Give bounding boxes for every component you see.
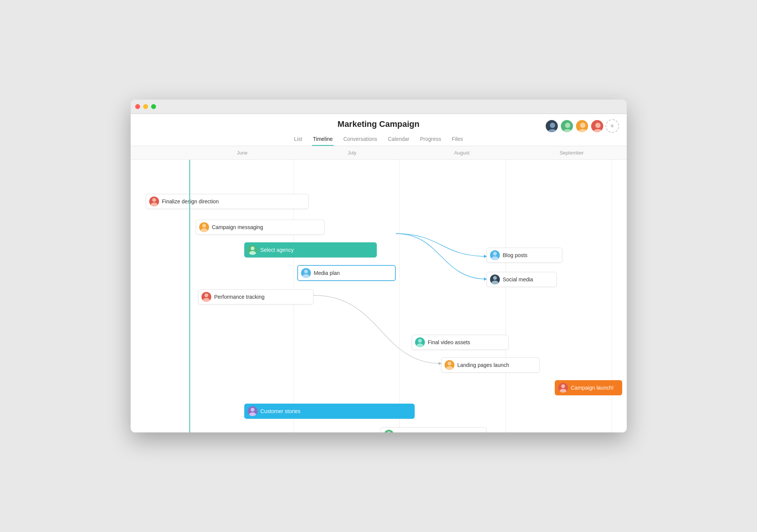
tab-calendar[interactable]: Calendar bbox=[387, 133, 410, 146]
task-label-performance: Performance tracking bbox=[214, 294, 265, 300]
svg-point-19 bbox=[492, 256, 498, 260]
titlebar bbox=[131, 100, 627, 114]
task-label-messaging: Campaign messaging bbox=[212, 224, 263, 230]
svg-point-15 bbox=[303, 274, 309, 278]
task-video-assets[interactable]: Final video assets bbox=[412, 335, 509, 350]
svg-point-21 bbox=[492, 281, 498, 284]
task-finalize-design[interactable]: Finalize design direction bbox=[146, 194, 309, 209]
timeline-area: June July August September bbox=[131, 146, 627, 432]
month-august: August bbox=[407, 150, 517, 156]
task-label-media: Media plan bbox=[314, 270, 340, 276]
svg-point-29 bbox=[249, 412, 256, 416]
svg-point-25 bbox=[446, 366, 453, 370]
svg-point-26 bbox=[561, 384, 565, 388]
avatar-3[interactable] bbox=[575, 119, 589, 133]
close-button[interactable] bbox=[135, 104, 140, 109]
svg-point-12 bbox=[251, 246, 254, 250]
month-september: September bbox=[517, 150, 627, 156]
task-label-blog: Blog posts bbox=[503, 252, 528, 258]
task-label-launch: Campaign launch! bbox=[571, 385, 614, 391]
timeline-header: June July August September bbox=[131, 146, 627, 160]
main-window: Marketing Campaign + bbox=[131, 100, 627, 432]
app-header: Marketing Campaign + bbox=[131, 114, 627, 146]
august-divider bbox=[506, 160, 506, 432]
avatar-media bbox=[301, 268, 311, 278]
nav-tabs: List Timeline Conversations Calendar Pro… bbox=[286, 133, 471, 146]
task-landing-pages[interactable]: Landing pages launch bbox=[441, 357, 540, 373]
svg-point-5 bbox=[578, 129, 587, 133]
svg-point-3 bbox=[563, 129, 572, 133]
tab-files[interactable]: Files bbox=[451, 133, 464, 146]
task-label-video: Final video assets bbox=[428, 339, 470, 345]
task-select-agency[interactable]: Select agency bbox=[244, 242, 377, 257]
svg-point-20 bbox=[493, 276, 497, 280]
task-campaign-launch[interactable]: Campaign launch! bbox=[555, 380, 622, 395]
avatar-agency bbox=[248, 245, 258, 255]
avatar-group: + bbox=[545, 119, 619, 133]
traffic-lights bbox=[135, 104, 156, 109]
today-line bbox=[189, 160, 190, 432]
task-label-landing: Landing pages launch bbox=[457, 362, 509, 368]
svg-point-30 bbox=[387, 431, 391, 432]
header-top: Marketing Campaign + bbox=[131, 119, 627, 133]
avatar-blog bbox=[490, 250, 500, 260]
task-customer-stories[interactable]: Customer stories bbox=[244, 404, 415, 419]
svg-point-8 bbox=[152, 198, 156, 202]
svg-point-24 bbox=[448, 362, 451, 365]
project-title: Marketing Campaign bbox=[337, 119, 419, 129]
svg-point-27 bbox=[560, 389, 567, 393]
timeline-content: Finalize design direction Campaign messa… bbox=[131, 160, 627, 432]
avatar-social bbox=[490, 275, 500, 284]
task-label-agency: Select agency bbox=[261, 247, 294, 253]
add-member-button[interactable]: + bbox=[606, 119, 619, 133]
task-campaign-messaging[interactable]: Campaign messaging bbox=[196, 220, 325, 235]
month-july: July bbox=[297, 150, 407, 156]
month-june: June bbox=[187, 150, 297, 156]
svg-point-11 bbox=[201, 228, 208, 232]
task-blog-posts[interactable]: Blog posts bbox=[487, 248, 562, 263]
avatar-video bbox=[415, 337, 425, 347]
svg-point-9 bbox=[151, 203, 158, 206]
task-label-social: Social media bbox=[503, 276, 533, 282]
avatar-messaging bbox=[199, 222, 209, 232]
tab-timeline[interactable]: Timeline bbox=[312, 133, 333, 146]
svg-point-6 bbox=[595, 123, 601, 128]
task-agency-billing[interactable]: Agency billing bbox=[381, 427, 487, 432]
avatar-4[interactable] bbox=[590, 119, 604, 133]
avatar-finalize bbox=[149, 197, 159, 206]
task-social-media[interactable]: Social media bbox=[487, 272, 557, 287]
svg-point-0 bbox=[550, 123, 555, 128]
tab-progress[interactable]: Progress bbox=[419, 133, 442, 146]
task-media-plan[interactable]: Media plan bbox=[297, 265, 396, 281]
svg-point-22 bbox=[418, 339, 422, 343]
avatar-performance bbox=[201, 292, 211, 302]
svg-point-23 bbox=[417, 343, 423, 347]
svg-point-28 bbox=[251, 408, 254, 412]
svg-point-4 bbox=[580, 123, 585, 128]
avatar-stories bbox=[248, 406, 258, 416]
avatar-1[interactable] bbox=[545, 119, 559, 133]
svg-point-17 bbox=[203, 298, 210, 302]
avatar-billing bbox=[384, 430, 394, 432]
avatar-2[interactable] bbox=[560, 119, 574, 133]
svg-point-16 bbox=[204, 293, 208, 297]
task-label-stories: Customer stories bbox=[261, 408, 301, 414]
svg-point-10 bbox=[202, 224, 206, 228]
july-divider bbox=[400, 160, 400, 432]
tab-conversations[interactable]: Conversations bbox=[343, 133, 378, 146]
svg-point-13 bbox=[249, 251, 256, 255]
svg-point-1 bbox=[548, 129, 557, 133]
svg-point-14 bbox=[304, 270, 308, 273]
tab-list[interactable]: List bbox=[293, 133, 303, 146]
task-performance[interactable]: Performance tracking bbox=[198, 289, 314, 304]
svg-point-2 bbox=[565, 123, 570, 128]
task-label-billing: Agency billing bbox=[397, 432, 429, 432]
avatar-landing bbox=[445, 360, 454, 370]
task-label-finalize: Finalize design direction bbox=[162, 198, 219, 204]
svg-point-7 bbox=[593, 129, 602, 133]
fullscreen-button[interactable] bbox=[151, 104, 156, 109]
svg-point-18 bbox=[493, 252, 497, 256]
avatar-launch bbox=[558, 383, 568, 393]
minimize-button[interactable] bbox=[143, 104, 148, 109]
